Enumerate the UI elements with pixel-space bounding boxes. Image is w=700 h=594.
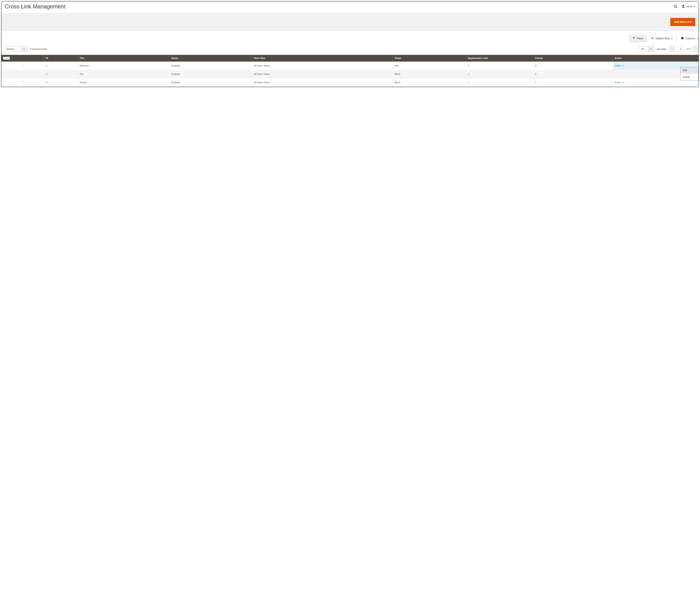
search-icon[interactable] [673,4,678,9]
data-grid: ID Title Status Store View Target Replac… [1,55,699,87]
chevron-down-icon [694,6,695,7]
row-action-select[interactable]: Select [614,81,624,84]
row-action-label: Select [614,81,621,84]
toolbar-divider [676,35,677,42]
columns-label: Columns [685,37,695,40]
mass-actions-select[interactable]: Actions [4,46,27,52]
header-right: admin [673,4,695,9]
gear-icon [680,36,684,41]
cell-id: 1 [44,62,78,70]
chevron-down-icon [671,38,673,39]
cell-store-view: All Store Views [252,78,393,87]
grid-toolbar: Filters Default View Columns [1,31,699,45]
cell-title: Shorts [78,78,169,87]
cell-store-view: All Store Views [252,70,393,78]
action-menu-delete[interactable]: Delete [680,74,698,80]
cell-target: Blank [393,70,466,78]
col-header-action[interactable]: Action [613,55,699,62]
pager: of 1 [669,46,699,52]
cell-target: Self [393,62,466,70]
select-all-checkbox[interactable] [4,57,6,59]
chevron-up-icon [623,65,624,66]
chevron-down-icon [623,82,624,83]
cell-status: Enabled [169,62,252,70]
row-checkbox[interactable] [22,64,24,67]
page-title: Cross Link Management [5,3,66,10]
default-view-label: Default View [656,37,670,40]
col-header-title[interactable]: Title [78,55,169,62]
add-new-link-button[interactable]: Add New Link [670,18,695,26]
chevron-down-icon [648,46,654,52]
grid-header-row: ID Title Status Store View Target Replac… [1,55,699,62]
per-page-label: per page [657,48,666,51]
col-header-priority[interactable]: Priority [533,55,613,62]
total-pages-label: of 1 [687,48,691,51]
cell-priority: 1 [533,78,613,87]
chevron-down-icon [6,58,7,59]
page-header: Cross Link Management admin [1,1,699,13]
chevron-down-icon [21,46,27,52]
chevron-down-icon [697,38,699,39]
table-row: 1 Watches Enabled All Store Views Self 1… [1,62,699,70]
col-header-status[interactable]: Status [169,55,252,62]
col-header-target[interactable]: Target [393,55,466,62]
table-row: 2 Tee Enabled All Store Views Blank 1 5 … [1,70,699,78]
page-size-value: 20 [639,46,648,52]
action-menu-edit[interactable]: Edit [680,67,698,74]
filters-button[interactable]: Filters [629,35,647,42]
cell-store-view: All Store Views [252,62,393,70]
admin-user-menu[interactable]: admin [681,4,695,9]
row-checkbox[interactable] [22,72,24,75]
row-checkbox[interactable] [22,81,24,84]
primary-action-bar: Add New Link [1,13,699,31]
table-row: 3 Shorts Enabled All Store Views Blank 1… [1,78,699,87]
cell-status: Enabled [169,78,252,87]
cell-priority: 2 [533,62,613,70]
col-header-id[interactable]: ID [44,55,78,62]
cell-id: 2 [44,70,78,78]
cell-replacement-limit: 1 [466,78,533,87]
col-header-checkbox[interactable] [1,55,44,62]
row-action-label: Select [614,64,621,67]
svg-line-1 [676,7,677,8]
cell-priority: 5 [533,70,613,78]
records-found-label: 3 records found [30,48,46,51]
next-page-button[interactable] [693,46,699,52]
cell-target: Blank [393,78,466,87]
default-view-button[interactable]: Default View [650,37,673,40]
row-action-select[interactable]: Select [614,64,624,67]
cell-status: Enabled [169,70,252,78]
col-header-replacement-limit[interactable]: Replacement Limit [466,55,533,62]
cell-id: 3 [44,78,78,87]
cell-title: Watches [78,62,169,70]
col-header-store-view[interactable]: Store View [252,55,393,62]
listing-bar: Actions 3 records found 20 per page of 1 [1,45,699,55]
mass-actions-label: Actions [4,46,21,52]
app-frame: Cross Link Management admin Add New Link [1,1,699,87]
prev-page-button[interactable] [669,46,675,52]
cell-action: Select Edit Delete [613,62,699,70]
eye-icon [650,37,654,40]
columns-button[interactable]: Columns [680,36,699,41]
admin-user-label: admin [686,5,693,8]
current-page-input[interactable] [677,46,685,52]
cell-replacement-limit: 1 [466,70,533,78]
user-icon [681,4,685,9]
cell-replacement-limit: 1 [466,62,533,70]
row-action-menu: Edit Delete [680,67,698,80]
page-size-select[interactable]: 20 [639,46,654,52]
svg-point-0 [674,5,676,7]
filters-label: Filters [637,37,643,40]
funnel-icon [632,37,635,40]
cell-title: Tee [78,70,169,78]
